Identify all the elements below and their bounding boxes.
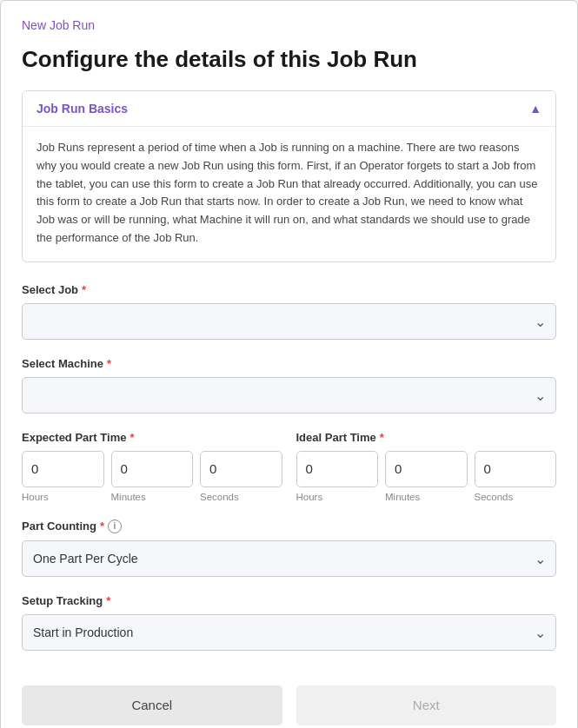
ideal-hours-label: Hours — [296, 492, 379, 502]
breadcrumb[interactable]: New Job Run — [22, 18, 556, 32]
accordion-job-run-basics: Job Run Basics ▲ Job Runs represent a pe… — [22, 90, 556, 262]
setup-tracking-label: Setup Tracking * — [22, 594, 556, 607]
expected-minutes-input[interactable] — [111, 451, 194, 487]
accordion-body: Job Runs represent a period of time when… — [23, 126, 555, 261]
setup-tracking-section: Setup Tracking * Start in Production ⌄ — [22, 594, 556, 651]
footer: Cancel Next — [22, 668, 556, 725]
ideal-part-time-group: Ideal Part Time * Hours Minutes Seconds — [296, 431, 557, 502]
accordion-header[interactable]: Job Run Basics ▲ — [23, 91, 555, 126]
expected-hours-wrapper: Hours — [22, 451, 104, 502]
part-counting-dropdown[interactable]: One Part Per Cycle — [22, 540, 556, 577]
select-machine-dropdown[interactable] — [22, 377, 556, 414]
time-fields-section: Expected Part Time * Hours Minutes Secon… — [22, 431, 556, 502]
accordion-body-text: Job Runs represent a period of time when… — [37, 141, 537, 244]
time-fields-row: Expected Part Time * Hours Minutes Secon… — [22, 431, 556, 502]
ideal-part-time-label: Ideal Part Time * — [296, 431, 557, 444]
accordion-title: Job Run Basics — [37, 102, 128, 116]
expected-required: * — [130, 431, 134, 444]
select-job-wrapper: ⌄ — [22, 303, 556, 340]
expected-seconds-label: Seconds — [200, 492, 282, 502]
expected-hours-input[interactable] — [22, 451, 104, 487]
expected-seconds-wrapper: Seconds — [200, 451, 282, 502]
expected-hours-label: Hours — [22, 492, 104, 502]
setup-tracking-wrapper: Start in Production ⌄ — [22, 614, 556, 651]
select-machine-required: * — [107, 357, 111, 370]
next-button[interactable]: Next — [296, 685, 557, 725]
part-counting-wrapper: One Part Per Cycle ⌄ — [22, 540, 556, 577]
ideal-minutes-input[interactable] — [385, 451, 468, 487]
expected-part-time-group: Expected Part Time * Hours Minutes Secon… — [22, 431, 282, 502]
select-job-dropdown[interactable] — [22, 303, 556, 340]
part-counting-section: Part Counting * i One Part Per Cycle ⌄ — [22, 520, 556, 577]
expected-part-time-label: Expected Part Time * — [22, 431, 282, 444]
ideal-seconds-label: Seconds — [475, 492, 557, 502]
part-counting-label: Part Counting * i — [22, 520, 556, 533]
select-machine-wrapper: ⌄ — [22, 377, 556, 414]
select-machine-section: Select Machine * ⌄ — [22, 357, 556, 414]
part-counting-required: * — [100, 520, 104, 533]
select-job-required: * — [82, 283, 86, 296]
ideal-seconds-input[interactable] — [475, 451, 557, 487]
select-job-label: Select Job * — [22, 283, 556, 296]
modal-container: New Job Run Configure the details of thi… — [0, 0, 578, 728]
ideal-time-inputs: Hours Minutes Seconds — [296, 451, 557, 502]
expected-time-inputs: Hours Minutes Seconds — [22, 451, 282, 502]
expected-seconds-input[interactable] — [200, 451, 282, 487]
ideal-hours-input[interactable] — [296, 451, 379, 487]
select-machine-label: Select Machine * — [22, 357, 556, 370]
ideal-hours-wrapper: Hours — [296, 451, 379, 502]
ideal-seconds-wrapper: Seconds — [475, 451, 557, 502]
ideal-minutes-wrapper: Minutes — [385, 451, 468, 502]
setup-tracking-dropdown[interactable]: Start in Production — [22, 614, 556, 651]
expected-minutes-label: Minutes — [111, 492, 194, 502]
part-counting-info-icon[interactable]: i — [108, 520, 122, 533]
expected-minutes-wrapper: Minutes — [111, 451, 194, 502]
page-title: Configure the details of this Job Run — [22, 46, 556, 73]
ideal-required: * — [380, 431, 384, 444]
accordion-arrow-icon: ▲ — [529, 102, 541, 116]
select-job-section: Select Job * ⌄ — [22, 283, 556, 340]
setup-tracking-required: * — [106, 594, 110, 607]
ideal-minutes-label: Minutes — [385, 492, 468, 502]
cancel-button[interactable]: Cancel — [22, 685, 282, 725]
